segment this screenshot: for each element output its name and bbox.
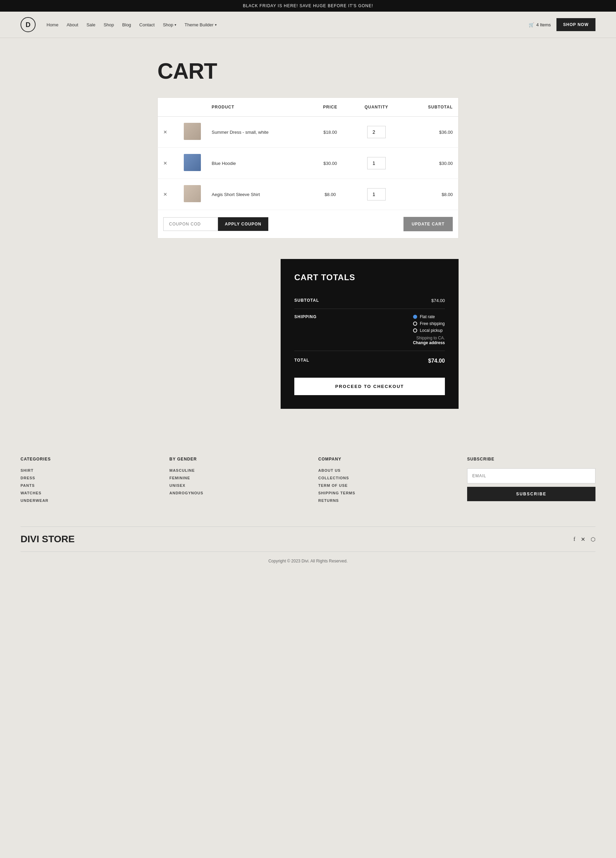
footer: CATEGORIES SHIRTDRESSPANTSWATCHESUNDERWE…: [0, 429, 616, 577]
quantity-stepper[interactable]: [367, 126, 386, 138]
gender-link[interactable]: UNISEX: [170, 483, 298, 488]
nav-shop-dropdown[interactable]: Shop ▾: [163, 22, 176, 27]
shipping-label: SHIPPING: [294, 314, 317, 319]
nav-contact[interactable]: Contact: [139, 22, 155, 27]
company-link[interactable]: ABOUT US: [318, 468, 446, 473]
company-link[interactable]: SHIPPING TERMS: [318, 491, 446, 495]
image-cell: [178, 148, 206, 179]
shipping-option[interactable]: Free shipping: [413, 321, 445, 326]
shop-now-button[interactable]: SHOP NOW: [557, 18, 596, 31]
nav-about[interactable]: About: [67, 22, 78, 27]
categories-list: SHIRTDRESSPANTSWATCHESUNDERWEAR: [20, 468, 149, 502]
category-link[interactable]: WATCHES: [20, 491, 149, 495]
subscribe-button[interactable]: SUBSCRIBE: [467, 487, 596, 501]
radio-dot: [413, 322, 417, 326]
col-quantity: QUANTITY: [350, 98, 403, 117]
image-cell: [178, 179, 206, 210]
logo[interactable]: D: [20, 17, 36, 32]
subtotal-cell: $30.00: [403, 148, 459, 179]
subscribe-title: SUBSCRIBE: [467, 457, 596, 462]
cart-table-header-row: PRODUCT PRICE QUANTITY SUBTOTAL: [158, 98, 459, 117]
proceed-to-checkout-button[interactable]: PROCEED TO CHECKOUT: [294, 378, 445, 395]
total-value: $74.00: [428, 358, 445, 364]
gender-link[interactable]: ANDROGYNOUS: [170, 491, 298, 495]
product-name-cell: Blue Hoodie: [206, 148, 311, 179]
footer-col-subscribe: SUBSCRIBE SUBSCRIBE: [467, 457, 596, 506]
cart-icon-wrap[interactable]: 🛒 4 Items: [529, 22, 551, 27]
nav-sale[interactable]: Sale: [87, 22, 95, 27]
remove-cell: ✕: [158, 148, 178, 179]
nav-home[interactable]: Home: [47, 22, 59, 27]
instagram-icon[interactable]: ⬡: [591, 536, 596, 542]
shipping-row: SHIPPING Flat rate Free shipping Local p…: [294, 309, 445, 351]
chevron-down-icon: ▾: [215, 23, 217, 27]
table-row: ✕ Blue Hoodie $30.00 $30.00: [158, 148, 459, 179]
total-row: TOTAL $74.00: [294, 351, 445, 371]
coupon-row: APPLY COUPON UPDATE CART: [157, 210, 459, 238]
twitter-icon[interactable]: ✕: [581, 536, 585, 542]
coupon-input[interactable]: [163, 217, 218, 231]
product-name-cell: Summer Dress - small, white: [206, 117, 311, 148]
nav-blog[interactable]: Blog: [122, 22, 131, 27]
chevron-down-icon: ▾: [174, 23, 176, 27]
remove-item-button[interactable]: ✕: [163, 160, 167, 166]
subtotal-cell: $8.00: [403, 179, 459, 210]
footer-col-company: COMPANY ABOUT USCOLLECTIONSTERM OF USESH…: [318, 457, 446, 506]
radio-dot: [413, 315, 417, 319]
subtotal-value: $74.00: [431, 298, 445, 303]
col-subtotal: SUBTOTAL: [403, 98, 459, 117]
footer-logo: DIVI STORE: [20, 534, 75, 545]
shipping-option[interactable]: Local pickup: [413, 328, 445, 333]
price-cell: $18.00: [311, 117, 350, 148]
price-cell: $30.00: [311, 148, 350, 179]
cart-item-count: 4 Items: [536, 22, 551, 27]
category-link[interactable]: DRESS: [20, 476, 149, 480]
price-cell: $8.00: [311, 179, 350, 210]
page-container: CART PRODUCT PRICE QUANTITY SUBTOTAL ✕ S…: [151, 38, 465, 429]
change-address-link[interactable]: Change address: [413, 340, 445, 345]
product-name-cell: Aegis Short Sleeve Shirt: [206, 179, 311, 210]
main-nav: Home About Sale Shop Blog Contact Shop ▾…: [47, 22, 217, 27]
social-icons: f ✕ ⬡: [574, 536, 596, 542]
category-link[interactable]: UNDERWEAR: [20, 499, 149, 502]
by-gender-list: MASCULINEFEMININEUNISEXANDROGYNOUS: [170, 468, 298, 495]
banner-text: BLACK FRIDAY IS HERE! SAVE HUGE BEFORE I…: [243, 3, 373, 8]
product-thumbnail: [184, 154, 201, 171]
nav-shop[interactable]: Shop: [104, 22, 114, 27]
image-cell: [178, 117, 206, 148]
company-list: ABOUT USCOLLECTIONSTERM OF USESHIPPING T…: [318, 468, 446, 502]
company-link[interactable]: COLLECTIONS: [318, 476, 446, 480]
radio-dot: [413, 328, 417, 333]
apply-coupon-button[interactable]: APPLY COUPON: [218, 217, 268, 231]
product-thumbnail: [184, 185, 201, 202]
product-thumbnail: [184, 123, 201, 140]
facebook-icon[interactable]: f: [574, 536, 575, 542]
quantity-stepper[interactable]: [367, 188, 386, 201]
category-link[interactable]: PANTS: [20, 483, 149, 488]
page-title: CART: [157, 59, 459, 84]
category-link[interactable]: SHIRT: [20, 468, 149, 473]
company-link[interactable]: RETURNS: [318, 499, 446, 502]
footer-copyright: Copyright © 2023 Divi. All Rights Reserv…: [20, 552, 596, 563]
header: D Home About Sale Shop Blog Contact Shop…: [0, 12, 616, 38]
cart-icon: 🛒: [529, 22, 534, 27]
company-link[interactable]: TERM OF USE: [318, 483, 446, 488]
update-cart-button[interactable]: UPDATE CART: [403, 217, 453, 231]
subtotal-cell: $36.00: [403, 117, 459, 148]
quantity-stepper[interactable]: [367, 157, 386, 169]
shipping-address: Shipping to CA. Change address: [413, 336, 445, 345]
subtotal-label: SUBTOTAL: [294, 298, 319, 303]
shipping-option[interactable]: Flat rate: [413, 314, 445, 319]
footer-col-categories: CATEGORIES SHIRTDRESSPANTSWATCHESUNDERWE…: [20, 457, 149, 506]
shipping-option-label: Flat rate: [420, 314, 435, 319]
remove-item-button[interactable]: ✕: [163, 129, 167, 135]
nav-theme-builder-dropdown[interactable]: Theme Builder ▾: [184, 22, 217, 27]
gender-link[interactable]: FEMININE: [170, 476, 298, 480]
categories-title: CATEGORIES: [20, 457, 149, 462]
remove-item-button[interactable]: ✕: [163, 191, 167, 197]
gender-link[interactable]: MASCULINE: [170, 468, 298, 473]
quantity-cell: [350, 117, 403, 148]
cart-totals-wrap: CART TOTALS SUBTOTAL $74.00 SHIPPING Fla…: [157, 259, 459, 409]
email-input[interactable]: [467, 468, 596, 483]
shipping-options: Flat rate Free shipping Local pickup Shi…: [413, 314, 445, 345]
